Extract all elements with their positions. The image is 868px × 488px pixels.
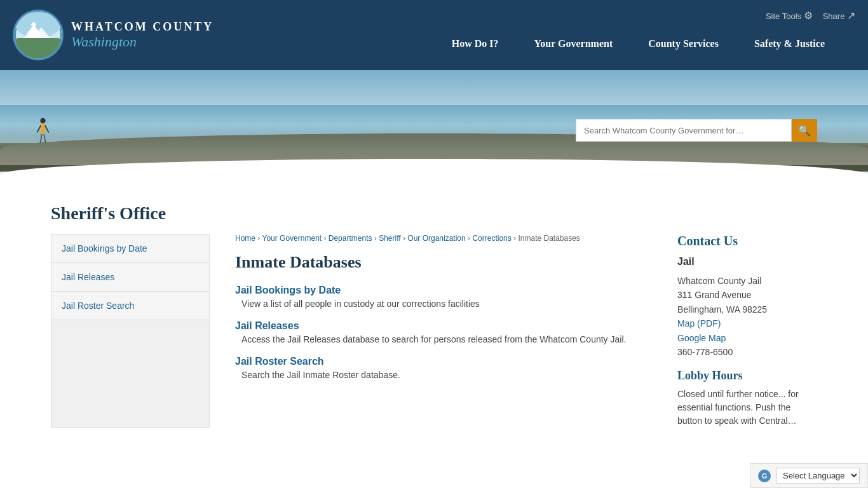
jail-subtitle: Jail (677, 256, 817, 268)
breadcrumb-home[interactable]: Home (235, 234, 255, 243)
main-content: Home › Your Government › Departments › S… (222, 234, 665, 428)
share-label: Share (823, 11, 845, 21)
breadcrumb-your-gov[interactable]: Your Government (262, 234, 322, 243)
hero-banner: 🔍 (0, 70, 868, 191)
nav-your-government[interactable]: Your Government (517, 27, 631, 61)
jail-roster-desc: Search the Jail Inmate Roster database. (235, 370, 652, 380)
search-icon: 🔍 (798, 125, 811, 137)
contact-us-title: Contact Us (677, 234, 817, 248)
search-bar: 🔍 (576, 119, 817, 142)
breadcrumb-corrections[interactable]: Corrections (472, 234, 511, 243)
lobby-hours-text: Closed until further notice... for essen… (677, 388, 817, 428)
jail-phone: 360-778-6500 (677, 347, 733, 357)
breadcrumb-sep: › (323, 234, 328, 243)
logo-line2: Washington (71, 34, 214, 50)
logo-text: WHATCOM COUNTY Washington (71, 20, 214, 50)
top-links: Site Tools ⚙ Share ↗ (766, 10, 855, 22)
lobby-hours-title: Lobby Hours (677, 369, 817, 383)
right-sidebar: Contact Us Jail Whatcom County Jail 311 … (677, 234, 817, 428)
top-bar-right: Site Tools ⚙ Share ↗ How Do I? Your Gove… (434, 10, 855, 61)
jail-city: Bellingham, WA 98225 (677, 304, 767, 315)
site-tools-link[interactable]: Site Tools ⚙ (766, 10, 813, 22)
google-map-link[interactable]: Google Map (677, 331, 817, 345)
content-wrapper: Sheriff's Office Jail Bookings by Date J… (0, 191, 868, 428)
sidebar-item-jail-bookings[interactable]: Jail Bookings by Date (51, 234, 209, 263)
sidebar-item-jail-releases[interactable]: Jail Releases (51, 263, 209, 292)
hero-figure (35, 118, 51, 149)
svg-rect-4 (15, 38, 61, 58)
breadcrumb-sheriff[interactable]: Sheriff (379, 234, 400, 243)
map-pdf-link[interactable]: Map (PDF) (677, 316, 817, 330)
breadcrumb-departments[interactable]: Departments (329, 234, 372, 243)
share-icon: ↗ (847, 10, 855, 21)
jail-releases-link[interactable]: Jail Releases (235, 320, 652, 332)
section-jail-roster: Jail Roster Search Search the Jail Inmat… (235, 356, 652, 380)
logo-area: WHATCOM COUNTY Washington (13, 10, 214, 60)
nav-safety-justice[interactable]: Safety & Justice (736, 27, 843, 61)
language-icon: G (758, 470, 771, 482)
svg-line-10 (40, 134, 42, 143)
inmate-databases-title: Inmate Databases (235, 253, 652, 272)
sidebar: Jail Bookings by Date Jail Releases Jail… (51, 234, 210, 428)
breadcrumb-org[interactable]: Our Organization (407, 234, 465, 243)
content-body: Jail Bookings by Date Jail Releases Jail… (51, 234, 817, 428)
gear-icon: ⚙ (804, 10, 813, 21)
jail-bookings-desc: View a list of all people in custody at … (235, 299, 652, 309)
jail-name: Whatcom County Jail (677, 276, 761, 286)
site-header: WHATCOM COUNTY Washington Site Tools ⚙ S… (0, 0, 868, 70)
svg-rect-7 (41, 123, 45, 134)
svg-line-8 (37, 126, 41, 133)
site-tools-label: Site Tools (766, 11, 801, 21)
main-nav: How Do I? Your Government County Service… (434, 27, 855, 61)
logo-line1: WHATCOM COUNTY (71, 20, 214, 34)
share-link[interactable]: Share ↗ (823, 10, 855, 22)
sidebar-item-jail-roster[interactable]: Jail Roster Search (51, 292, 209, 320)
language-bar: G Select Language English Spanish French (750, 463, 868, 488)
svg-line-11 (44, 134, 46, 143)
jail-releases-desc: Access the Jail Releases database to sea… (235, 334, 652, 344)
jail-address: Whatcom County Jail 311 Grand Avenue Bel… (677, 274, 817, 359)
nav-items: How Do I? Your Government County Service… (434, 27, 843, 61)
jail-street: 311 Grand Avenue (677, 290, 752, 300)
breadcrumb: Home › Your Government › Departments › S… (235, 234, 652, 243)
hero-wave (0, 159, 868, 191)
nav-how-do-i[interactable]: How Do I? (434, 27, 517, 61)
logo-circle (13, 10, 64, 60)
nav-county-services[interactable]: County Services (630, 27, 736, 61)
search-button[interactable]: 🔍 (792, 119, 817, 142)
language-select[interactable]: Select Language English Spanish French (776, 468, 860, 484)
svg-point-6 (40, 118, 45, 123)
jail-roster-link[interactable]: Jail Roster Search (235, 356, 652, 367)
jail-bookings-link[interactable]: Jail Bookings by Date (235, 285, 652, 296)
section-jail-releases: Jail Releases Access the Jail Releases d… (235, 320, 652, 344)
search-input[interactable] (576, 119, 792, 142)
svg-line-9 (45, 126, 49, 133)
page-title: Sheriff's Office (51, 203, 817, 224)
breadcrumb-current: Inmate Databases (518, 234, 580, 243)
section-jail-bookings: Jail Bookings by Date View a list of all… (235, 285, 652, 309)
